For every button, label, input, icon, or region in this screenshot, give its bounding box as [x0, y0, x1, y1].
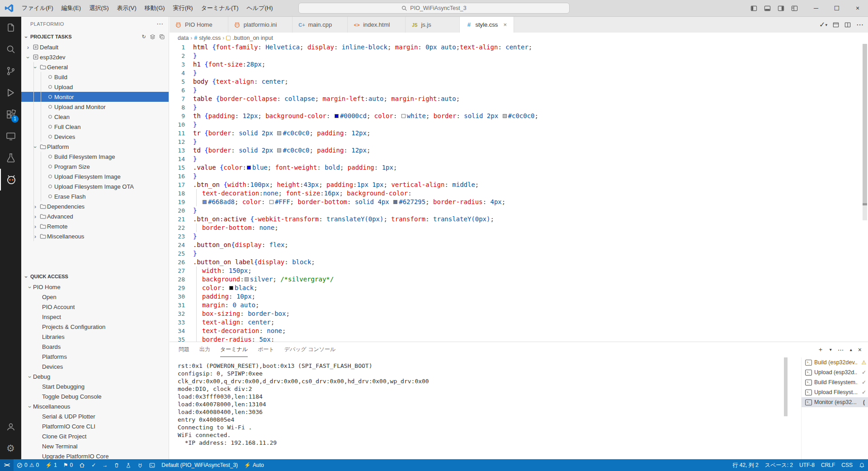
task-item-program-size[interactable]: Program Size: [21, 162, 169, 171]
open-preview-icon[interactable]: [833, 22, 839, 28]
menu-item[interactable]: 表示(V): [113, 2, 141, 14]
run-debug-icon[interactable]: [0, 82, 21, 104]
sidebar-more-actions-icon[interactable]: ⋯: [156, 20, 163, 28]
pio-test-button[interactable]: [123, 459, 134, 471]
task-item-upload-filesystem-image[interactable]: Upload Filesystem Image: [21, 171, 169, 181]
task-item-upload-and-monitor[interactable]: Upload and Monitor: [21, 102, 169, 112]
panel-tab-item[interactable]: デバッグ コンソール: [284, 342, 336, 357]
quick-access-item-debug[interactable]: ›Debug: [21, 371, 169, 381]
close-panel-icon[interactable]: ×: [858, 346, 862, 353]
pio-serial-monitor-button[interactable]: [134, 459, 146, 471]
pio-terminal-button[interactable]: [146, 459, 158, 471]
quick-access-item-libraries[interactable]: Libraries: [21, 332, 169, 342]
terminal-instance[interactable]: >_Build (esp32dev...⚠: [802, 357, 868, 367]
pio-serial-port-selector[interactable]: ⚡Auto: [241, 459, 267, 471]
more-actions-icon[interactable]: ⋯: [856, 20, 863, 29]
task-item-clean[interactable]: Clean: [21, 112, 169, 122]
tab-index-html[interactable]: <>index.html×: [348, 17, 406, 33]
explorer-icon[interactable]: [0, 17, 21, 38]
panel-tab-item[interactable]: ポート: [258, 342, 274, 357]
platformio-icon[interactable]: [0, 169, 21, 190]
editor-scrollbar[interactable]: [863, 44, 867, 220]
settings-icon[interactable]: ⚙: [0, 438, 21, 459]
group-tasks-icon[interactable]: [150, 34, 156, 40]
pio-build-button[interactable]: ✓: [88, 459, 99, 471]
minimize-button[interactable]: ─: [806, 0, 826, 16]
project-tasks-header[interactable]: › PROJECT TASKS ↻: [21, 31, 169, 42]
quick-access-item-start-debugging[interactable]: Start Debugging: [21, 381, 169, 391]
search-input[interactable]: PIO_WiFiAsyncTest_3: [298, 3, 570, 14]
pio-home-button[interactable]: [76, 459, 88, 471]
toggle-sidebar-icon[interactable]: [748, 3, 760, 14]
task-item-erase-flash[interactable]: Erase Flash: [21, 191, 169, 201]
tab-js-js[interactable]: JSjs.js×: [406, 17, 460, 33]
tab-main-cpp[interactable]: C+main.cpp×: [292, 17, 348, 33]
task-item-advanced[interactable]: ›Advanced: [21, 211, 169, 221]
task-item-upload-filesystem-image-ota[interactable]: Upload Filesystem Image OTA: [21, 181, 169, 191]
quick-access-item-clone-git-project[interactable]: Clone Git Project: [21, 431, 169, 441]
panel-more-actions-icon[interactable]: ⋯: [838, 346, 844, 353]
quick-access-item-new-terminal[interactable]: New Terminal: [21, 441, 169, 451]
source-control-icon[interactable]: [0, 60, 21, 82]
quick-access-item-pio-home[interactable]: ›PIO Home: [21, 282, 169, 292]
task-item-esp32dev[interactable]: ›esp32dev: [21, 52, 169, 62]
tab-style-css[interactable]: #style.css×: [460, 17, 514, 33]
task-item-build-filesystem-image[interactable]: Build Filesystem Image: [21, 152, 169, 162]
panel-tab-item[interactable]: 出力: [199, 342, 210, 357]
breadcrumb-item[interactable]: .button_on input: [232, 35, 273, 41]
quick-access-item-pio-account[interactable]: PIO Account: [21, 302, 169, 312]
task-item-remote[interactable]: ›Remote: [21, 221, 169, 231]
close-button[interactable]: ×: [847, 0, 868, 16]
tab-pio-home[interactable]: PIO Home×: [170, 17, 228, 33]
remote-explorer-icon[interactable]: [0, 125, 21, 147]
language-mode[interactable]: CSS: [838, 459, 856, 471]
new-terminal-icon[interactable]: ＋: [817, 346, 824, 354]
quick-access-item-platforms[interactable]: Platforms: [21, 352, 169, 362]
cursor-position[interactable]: 行 42, 列 2: [729, 459, 761, 471]
breadcrumb-item[interactable]: data: [178, 35, 189, 41]
terminal-instance[interactable]: >_Monitor (esp32...(: [802, 397, 868, 407]
refresh-icon[interactable]: ↻: [142, 34, 146, 40]
terminal-profile-dropdown-icon[interactable]: ▾: [830, 347, 832, 352]
quick-access-header[interactable]: › QUICK ACCESS: [21, 271, 169, 282]
testing-icon[interactable]: [0, 147, 21, 169]
flag-indicator[interactable]: ⚑0: [60, 459, 76, 471]
notifications-bell-icon[interactable]: [856, 459, 868, 471]
quick-access-item-open[interactable]: Open: [21, 292, 169, 302]
split-editor-icon[interactable]: [844, 22, 851, 28]
task-item-general[interactable]: ›General: [21, 62, 169, 72]
problems-indicator[interactable]: 0 ⚠ 0: [14, 459, 42, 471]
port-indicator[interactable]: ⚡1: [42, 459, 60, 471]
quick-access-item-boards[interactable]: Boards: [21, 342, 169, 352]
terminal-output[interactable]: rst:0x1 (POWERON_RESET),boot:0x13 (SPI_F…: [178, 362, 783, 459]
code-editor[interactable]: 1html {font-family: Helvetica; display: …: [170, 43, 862, 342]
quick-access-item-platformio-core-cli[interactable]: PlatformIO Core CLI: [21, 421, 169, 431]
menu-item[interactable]: 選択(S): [85, 2, 113, 14]
task-item-default[interactable]: ›Default: [21, 42, 169, 52]
eol-setting[interactable]: CRLF: [818, 459, 838, 471]
task-item-platform[interactable]: ›Platform: [21, 142, 169, 152]
quick-access-item-inspect[interactable]: Inspect: [21, 312, 169, 322]
search-icon[interactable]: [0, 38, 21, 60]
tab-platformio-ini[interactable]: platformio.ini×: [228, 17, 293, 33]
run-task-icon[interactable]: ✓▾: [819, 20, 827, 29]
menu-item[interactable]: ターミナル(T): [197, 2, 243, 14]
menu-item[interactable]: 編集(E): [57, 2, 85, 14]
pio-upload-button[interactable]: →: [99, 459, 111, 471]
collapse-all-icon[interactable]: [159, 34, 165, 40]
quick-access-item-devices[interactable]: Devices: [21, 362, 169, 371]
task-item-monitor[interactable]: Monitor: [21, 92, 169, 102]
task-item-upload[interactable]: Upload: [21, 82, 169, 92]
maximize-button[interactable]: ☐: [826, 0, 847, 16]
quick-access-item-serial-udp-plotter[interactable]: Serial & UDP Plotter: [21, 411, 169, 421]
menu-item[interactable]: ヘルプ(H): [243, 2, 277, 14]
account-icon[interactable]: [0, 416, 21, 438]
quick-access-item-upgrade-platformio-core[interactable]: Upgrade PlatformIO Core: [21, 451, 169, 459]
quick-access-item-toggle-debug-console[interactable]: Toggle Debug Console: [21, 391, 169, 401]
task-item-miscellaneous[interactable]: ›Miscellaneous: [21, 231, 169, 241]
toggle-secondary-sidebar-icon[interactable]: [775, 3, 787, 14]
customize-layout-icon[interactable]: [788, 3, 800, 14]
quick-access-item-projects-configuration[interactable]: Projects & Configuration: [21, 322, 169, 332]
task-item-full-clean[interactable]: Full Clean: [21, 122, 169, 132]
task-item-devices[interactable]: Devices: [21, 132, 169, 142]
